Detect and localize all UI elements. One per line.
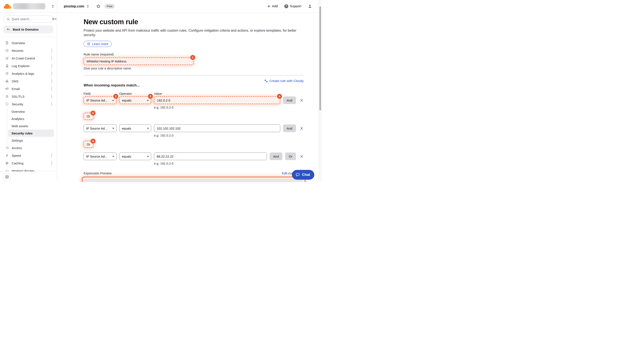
sidebar-nav: Overview Recents AI Crawl Control Log Ex… [0, 37, 57, 172]
remove-condition-icon[interactable] [300, 154, 304, 158]
rule-name-input[interactable] [84, 58, 193, 65]
and-button[interactable]: And [283, 96, 296, 104]
quick-search[interactable]: ⌘K [4, 16, 53, 22]
sidebar-item-speed[interactable]: Speed [4, 152, 54, 159]
learn-more-label: Learn more [92, 42, 108, 46]
sidebar-item-label: DNS [12, 80, 19, 83]
sidebar-item-label: Web assets [12, 124, 28, 128]
chevron-right-icon [52, 154, 52, 157]
sidebar-item-workers-routes[interactable]: Workers Routes [4, 167, 54, 172]
document-icon [5, 64, 9, 68]
remove-condition-icon[interactable] [300, 98, 304, 102]
sidebar-item-ssl-tls[interactable]: SSL/TLS [4, 92, 54, 100]
collapse-sidebar-button[interactable] [4, 173, 11, 180]
value-input[interactable] [154, 96, 280, 104]
sidebar-item-security-rules[interactable]: Security rules [8, 130, 54, 137]
caret-down-icon [112, 100, 114, 101]
cloudy-link-label: Create rule with Cloudy [269, 79, 304, 83]
topbar: pixstep.com Free Add Support [57, 0, 321, 12]
domain-name: pixstep.com [64, 4, 84, 8]
annotation-badge-4: 4 [277, 94, 282, 99]
sidebar-item-label: Workers Routes [12, 169, 35, 172]
caret-down-icon [147, 128, 149, 129]
search-input[interactable] [12, 18, 50, 21]
create-rule-with-cloudy-link[interactable]: Create rule with Cloudy [264, 79, 304, 83]
clipboard-icon [5, 41, 9, 45]
remove-condition-icon[interactable] [300, 126, 304, 130]
or-button[interactable]: Or [285, 152, 296, 160]
chevron-right-icon [52, 87, 52, 91]
lock-icon [5, 94, 9, 98]
expression-preview-box: (ip.src eq 192.0.2.0) or (ip.src eq 102.… [82, 177, 305, 182]
sidebar-item-label: SSL/TLS [12, 95, 25, 98]
operator-select[interactable]: equals [119, 96, 151, 104]
sidebar-item-web-assets[interactable]: Web assets [8, 122, 54, 130]
support-button[interactable]: Support [284, 4, 301, 8]
value-example-help: e.g. 192.0.2.0 [154, 106, 304, 109]
network-tree-icon [5, 79, 9, 83]
page-title: New custom rule [84, 18, 304, 26]
field-select-value: IP Source Ad... [86, 98, 108, 102]
favorite-star-icon[interactable] [96, 4, 101, 8]
support-label: Support [290, 4, 301, 8]
sidebar-item-ai-crawl-control[interactable]: AI Crawl Control [4, 54, 54, 62]
value-input[interactable] [154, 152, 267, 160]
and-button[interactable]: And [283, 124, 296, 132]
field-select[interactable]: IP Source Ad... [84, 152, 117, 160]
account-switch-chevrons-icon [51, 4, 54, 8]
and-button[interactable]: And [270, 152, 283, 160]
user-avatar-icon[interactable] [308, 4, 312, 8]
learn-more-button[interactable]: Learn more [84, 41, 112, 47]
sidebar-item-overview[interactable]: Overview [4, 39, 54, 47]
sidebar-item-access[interactable]: Access [4, 144, 54, 152]
sidebar-item-analytics-logs[interactable]: Analytics & logs [4, 70, 54, 77]
sidebar-item-label: Analytics [12, 117, 24, 121]
sidebar-item-email[interactable]: Email [4, 85, 54, 92]
value-example-help: e.g. 192.0.2.0 [154, 134, 304, 137]
operator-select[interactable]: equals [119, 124, 151, 132]
back-to-domains-label: Back to Domains [13, 28, 39, 31]
value-input[interactable] [154, 124, 280, 132]
operator-select[interactable]: equals [119, 152, 151, 160]
field-select-value: IP Source Ad... [86, 154, 107, 158]
chevron-right-icon [52, 49, 52, 52]
sidebar-item-security-overview[interactable]: Overview [8, 108, 54, 115]
cloudflare-logo-icon [4, 4, 11, 9]
page-scrollbar[interactable] [319, 0, 321, 182]
chat-button[interactable]: Chat [292, 170, 314, 180]
sparkle-icon [264, 79, 268, 83]
sidebar-item-caching[interactable]: Caching [4, 159, 54, 167]
operator-select-value: equals [122, 98, 131, 102]
operator-select-value: equals [122, 154, 131, 158]
sidebar-item-label: Overview [12, 110, 25, 114]
sidebar: ⌘K Back to Domains Overview Recents AI C… [0, 0, 57, 182]
annotation-badge-2: 2 [113, 94, 118, 99]
value-column-label: Value [154, 92, 162, 95]
sidebar-item-label: Security rules [12, 132, 33, 135]
scrollbar-thumb[interactable] [319, 6, 321, 110]
sidebar-item-label: Speed [12, 154, 21, 157]
sidebar-item-dns[interactable]: DNS [4, 77, 54, 85]
sidebar-item-security[interactable]: Security [4, 100, 54, 108]
back-to-domains-button[interactable]: Back to Domains [4, 26, 53, 33]
main-column: pixstep.com Free Add Support New custom … [57, 0, 321, 182]
help-question-icon [284, 4, 288, 8]
sidebar-item-security-analytics[interactable]: Analytics [8, 115, 54, 122]
chevron-right-icon [52, 94, 52, 98]
sidebar-item-security-settings[interactable]: Settings [8, 137, 54, 144]
back-arrow-icon [6, 28, 10, 32]
field-select[interactable]: IP Source Ad... [84, 124, 117, 132]
annotation-badge-3: 3 [148, 94, 153, 99]
add-label: Add [272, 4, 278, 8]
sidebar-item-label: Settings [12, 139, 23, 142]
domain-switch-chevrons-icon[interactable] [86, 4, 89, 8]
page-content: New custom rule Protect your website and… [57, 12, 321, 182]
condition-row: IP Source Ad... equals And Or [84, 152, 304, 160]
sidebar-item-recents[interactable]: Recents [4, 47, 54, 54]
add-button[interactable]: Add [267, 4, 278, 8]
sidebar-item-label: Security [12, 102, 23, 106]
sidebar-item-log-explorer[interactable]: Log Explorer [4, 62, 54, 70]
annotation-badge-5: 5 [91, 111, 95, 116]
account-switcher[interactable] [0, 0, 57, 12]
field-select[interactable]: IP Source Ad... [84, 96, 117, 104]
